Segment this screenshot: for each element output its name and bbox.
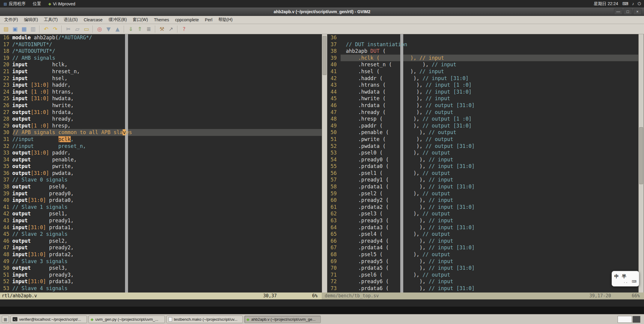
code-line-43[interactable]: 43input pready1, [0, 217, 322, 224]
taskbar-button-4[interactable]: ◆ahb2apb.v (~/project/script/uvm_ge... [244, 316, 321, 323]
run-script-button[interactable]: ≣ [145, 25, 153, 33]
power-icon[interactable]: ⏻ [638, 1, 641, 6]
menu-8[interactable]: Themes [151, 16, 172, 24]
code-line-53[interactable]: 53// Slave 4 signals [0, 285, 322, 292]
show-desktop-button[interactable]: ▦ [2, 316, 9, 323]
maximize-button[interactable]: □ [624, 9, 632, 15]
code-line-54[interactable]: 54 .pready0 ( ), // input [327, 156, 638, 163]
code-line-30[interactable]: 30// APB signals common to all APB slave… [0, 129, 322, 136]
pane-left[interactable]: 16module ahb2apb(/*AUTOARG*/17/*AUTOINPU… [0, 34, 322, 292]
code-line-70[interactable]: 70 .prdata5 ( ), // input [31:0] [327, 265, 638, 272]
code-line-44[interactable]: 44input[31:0] prdata1, [0, 224, 322, 231]
code-line-45[interactable]: 45 .hwrite ( ), // input [327, 95, 638, 102]
code-line-35[interactable]: 35output pwrite, [0, 163, 322, 170]
code-line-50[interactable]: 50output psel3, [0, 265, 322, 272]
code-line-53[interactable]: 53 .psel0 ( ), // output [327, 149, 638, 156]
code-line-63[interactable]: 63 .pready3 ( ), // input [327, 217, 638, 224]
code-line-48[interactable]: 48 .hresp ( ), // output [1 :0] [327, 116, 638, 122]
code-line-27[interactable]: 27output[31:0] hrdata, [0, 109, 322, 116]
code-line-56[interactable]: 56 .psel1 ( ), // output [327, 170, 638, 177]
code-line-37[interactable]: 37 // DUT instantiation [327, 41, 638, 48]
code-line-26[interactable]: 26input hwrite, [0, 102, 322, 109]
code-line-38[interactable]: 38output psel0, [0, 183, 322, 190]
code-line-41[interactable]: 41// Slave 1 signals [0, 204, 322, 211]
code-line-38[interactable]: 38 ahb2apb DUT ( [327, 48, 638, 55]
right-scrollbar-thumb[interactable] [639, 127, 643, 184]
code-line-37[interactable]: 37// Slave 0 signals [0, 176, 322, 183]
taskbar-button-1[interactable]: >_verifier@localhost:~/project/script/..… [10, 316, 87, 323]
code-line-42[interactable]: 42output psel1, [0, 210, 322, 217]
minimize-button[interactable]: — [614, 9, 622, 15]
save-button[interactable]: ▣ [11, 25, 19, 33]
undo-button[interactable]: ↶ [42, 25, 50, 33]
code-line-59[interactable]: 59 .psel2 ( ), // output [327, 190, 638, 197]
menu-5[interactable]: Clearcase [81, 16, 106, 24]
code-line-42[interactable]: 42 .haddr ( ), // input [31:0] [327, 75, 638, 82]
window-titlebar[interactable]: ahb2apb.v (~/project/script/uvm_gen/rtl)… [0, 8, 644, 16]
code-line-43[interactable]: 43 .htrans ( ), // input [1 :0] [327, 82, 638, 88]
taskbar-button-3[interactable]: testbench.mako (~/project/script/uv... [166, 316, 243, 323]
menu-7[interactable]: 窗口(W) [130, 16, 151, 24]
split-scrollbar-thumb[interactable] [323, 36, 326, 75]
code-line-61[interactable]: 61 .prdata2 ( ), // input [31:0] [327, 204, 638, 211]
right-scrollbar[interactable] [638, 34, 644, 292]
vim-command-line[interactable] [0, 299, 644, 307]
menu-9[interactable]: cppcomplete [172, 16, 202, 24]
code-line-32[interactable]: 32//input preset_n, [0, 143, 322, 150]
find-button[interactable]: ◎ [95, 25, 104, 33]
code-line-36[interactable]: 36 [327, 34, 638, 41]
code-line-64[interactable]: 64 .prdata3 ( ), // input [31:0] [327, 224, 638, 231]
code-line-41[interactable]: 41 .hsel ( ), // input [327, 68, 638, 75]
find-prev-button[interactable]: ▲ [113, 25, 122, 33]
make-button[interactable]: ⚒ [158, 25, 166, 33]
code-line-49[interactable]: 49 .paddr ( ), // output [31:0] [327, 122, 638, 129]
topbar-menu-1[interactable]: ▤应用程序 [0, 0, 29, 8]
save-all-button[interactable]: ▦ [20, 25, 28, 33]
menu-10[interactable]: Perl [202, 16, 215, 24]
code-line-17[interactable]: 17/*AUTOINPUT*/ [0, 41, 322, 48]
code-line-72[interactable]: 72 .pready6 ( ), // input [327, 278, 638, 285]
menu-6[interactable]: 缓冲区(B) [106, 16, 130, 24]
save-session-button[interactable]: ⇑ [136, 25, 144, 33]
code-line-40[interactable]: 40 .hreset_n ( ), // input [327, 61, 638, 68]
taskbar-button-2[interactable]: ◆uvm_gen.py (~/project/script/uvm_... [88, 316, 165, 323]
code-line-34[interactable]: 34output penable, [0, 156, 322, 163]
load-session-button[interactable]: ⇓ [127, 25, 135, 33]
code-line-33[interactable]: 33output[31:0] paddr, [0, 149, 322, 156]
code-line-65[interactable]: 65 .psel4 ( ), // output [327, 231, 638, 238]
code-line-31[interactable]: 31//input pclk, [0, 136, 322, 143]
code-line-55[interactable]: 55 .prdata0 ( ), // input [31:0] [327, 163, 638, 170]
code-line-71[interactable]: 71 .psel6 ( ), // output [327, 272, 638, 278]
code-line-16[interactable]: 16module ahb2apb(/*AUTOARG*/ [0, 34, 322, 41]
code-line-40[interactable]: 40input[31:0] prdata0, [0, 197, 322, 204]
code-line-48[interactable]: 48input[31:0] prdata2, [0, 251, 322, 258]
split-scrollbar[interactable] [322, 34, 327, 292]
pane-right[interactable]: 3637 // DUT instantiation38 ahb2apb DUT … [327, 34, 638, 292]
code-line-20[interactable]: 20input hclk, [0, 61, 322, 68]
close-button[interactable]: × [633, 9, 642, 15]
code-line-47[interactable]: 47 .hready ( ), // output [327, 109, 638, 116]
code-line-46[interactable]: 46output psel2, [0, 238, 322, 244]
code-line-60[interactable]: 60 .pready2 ( ), // input [327, 197, 638, 204]
redo-button[interactable]: ↷ [51, 25, 59, 33]
code-line-68[interactable]: 68 .psel5 ( ), // output [327, 251, 638, 258]
code-line-39[interactable]: 39 .hclk ( ), // input [327, 55, 638, 62]
keyboard-icon[interactable]: ⌨ [622, 1, 628, 6]
code-line-51[interactable]: 51 .pwrite ( ), // output [327, 136, 638, 143]
code-line-62[interactable]: 62 .psel3 ( ), // output [327, 210, 638, 217]
code-line-36[interactable]: 36output[31:0] pwdata, [0, 170, 322, 177]
code-line-58[interactable]: 58 .prdata1 ( ), // input [31:0] [327, 183, 638, 190]
code-line-52[interactable]: 52input[31:0] prdata3, [0, 278, 322, 285]
code-line-66[interactable]: 66 .pready4 ( ), // input [327, 238, 638, 244]
print-button[interactable]: ▥ [29, 25, 37, 33]
volume-icon[interactable]: ♪ [632, 1, 634, 6]
topbar-menu-3[interactable]: ◆Vi IMproved [45, 0, 79, 8]
open-button[interactable]: ▨ [2, 25, 10, 33]
menu-1[interactable]: 文件(F) [1, 16, 21, 24]
menu-2[interactable]: 编辑(E) [21, 16, 41, 24]
code-line-52[interactable]: 52 .pwdata ( ), // output [31:0] [327, 143, 638, 150]
code-line-28[interactable]: 28output hready, [0, 116, 322, 122]
code-line-24[interactable]: 24input [1 :0] htrans, [0, 88, 322, 95]
code-line-19[interactable]: 19// AHB signals [0, 55, 322, 62]
code-line-21[interactable]: 21input hreset_n, [0, 68, 322, 75]
